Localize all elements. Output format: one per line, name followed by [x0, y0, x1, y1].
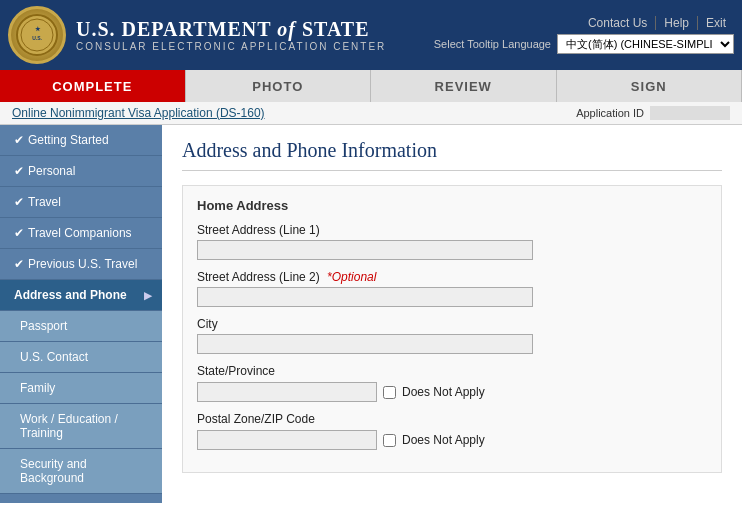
check-icon: ✔: [14, 257, 24, 271]
street2-input[interactable]: [197, 287, 533, 307]
exit-link[interactable]: Exit: [698, 16, 734, 30]
sidebar-item-travel[interactable]: ✔ Travel: [0, 187, 162, 218]
sidebar-label-work-education: Work / Education / Training: [20, 412, 152, 440]
city-input[interactable]: [197, 334, 533, 354]
street2-label: Street Address (Line 2) *Optional: [197, 270, 707, 284]
app-id-value: [650, 106, 730, 120]
sidebar-label-travel-companions: Travel Companions: [24, 226, 152, 240]
tab-photo[interactable]: PHOTO: [186, 70, 372, 102]
check-icon: ✔: [14, 226, 24, 240]
sidebar-label-personal: Personal: [24, 164, 152, 178]
sidebar-item-address-phone[interactable]: Address and Phone ▶: [0, 280, 162, 311]
dept-name: U.S. DEPARTMENT of STATE: [76, 18, 386, 41]
page-title: Address and Phone Information: [182, 139, 722, 171]
sidebar-label-us-contact: U.S. Contact: [20, 350, 88, 364]
postal-does-not-apply-label: Does Not Apply: [402, 433, 485, 447]
street1-group: Street Address (Line 1): [197, 223, 707, 260]
sidebar-item-travel-companions[interactable]: ✔ Travel Companions: [0, 218, 162, 249]
street1-label: Street Address (Line 1): [197, 223, 707, 237]
sidebar-item-family[interactable]: Family: [0, 373, 162, 404]
sidebar-item-work-education[interactable]: Work / Education / Training: [0, 404, 162, 449]
street2-group: Street Address (Line 2) *Optional: [197, 270, 707, 307]
tab-complete[interactable]: COMPLETE: [0, 70, 186, 102]
optional-badge: *Optional: [327, 270, 376, 284]
state-does-not-apply-label: Does Not Apply: [402, 385, 485, 399]
sidebar-label-previous-us-travel: Previous U.S. Travel: [24, 257, 152, 271]
svg-text:U.S.: U.S.: [32, 35, 42, 41]
sidebar-item-us-contact[interactable]: U.S. Contact: [0, 342, 162, 373]
form-section: Home Address Street Address (Line 1) Str…: [182, 185, 722, 473]
header-right: Contact Us Help Exit Select Tooltip Lang…: [434, 16, 734, 54]
sidebar-label-getting-started: Getting Started: [24, 133, 152, 147]
sidebar-item-personal[interactable]: ✔ Personal: [0, 156, 162, 187]
sidebar-label-travel: Travel: [24, 195, 152, 209]
language-select[interactable]: 中文(简体) (CHINESE-SIMPLI: [557, 34, 734, 54]
app-id-row: Application ID: [576, 106, 730, 120]
department-seal: ★ U.S.: [8, 6, 66, 64]
main-layout: ✔ Getting Started ✔ Personal ✔ Travel ✔ …: [0, 125, 742, 503]
section-header: Home Address: [197, 198, 707, 213]
sidebar: ✔ Getting Started ✔ Personal ✔ Travel ✔ …: [0, 125, 162, 503]
state-row: Does Not Apply: [197, 382, 707, 402]
postal-group: Postal Zone/ZIP Code Does Not Apply: [197, 412, 707, 450]
tooltip-lang-row: Select Tooltip Language 中文(简体) (CHINESE-…: [434, 34, 734, 54]
check-icon: ✔: [14, 164, 24, 178]
content-area: Address and Phone Information Home Addre…: [162, 125, 742, 503]
sidebar-item-getting-started[interactable]: ✔ Getting Started: [0, 125, 162, 156]
sidebar-label-security: Security and Background: [20, 457, 152, 485]
city-label: City: [197, 317, 707, 331]
breadcrumb-bar: Online Nonimmigrant Visa Application (DS…: [0, 102, 742, 125]
postal-label: Postal Zone/ZIP Code: [197, 412, 707, 426]
sidebar-item-security[interactable]: Security and Background: [0, 449, 162, 494]
tab-review[interactable]: REVIEW: [371, 70, 557, 102]
tab-bar: COMPLETE PHOTO REVIEW SIGN: [0, 70, 742, 102]
postal-input[interactable]: [197, 430, 377, 450]
contact-us-link[interactable]: Contact Us: [580, 16, 656, 30]
header-nav: Contact Us Help Exit: [580, 16, 734, 30]
help-link[interactable]: Help: [656, 16, 698, 30]
sidebar-label-address-phone: Address and Phone: [14, 288, 144, 302]
postal-row: Does Not Apply: [197, 430, 707, 450]
state-does-not-apply-checkbox[interactable]: [383, 386, 396, 399]
check-icon: ✔: [14, 133, 24, 147]
sidebar-item-passport[interactable]: Passport: [0, 311, 162, 342]
tab-sign[interactable]: SIGN: [557, 70, 743, 102]
seal-inner: ★ U.S.: [11, 9, 63, 61]
breadcrumb-link[interactable]: Online Nonimmigrant Visa Application (DS…: [12, 106, 265, 120]
street1-input[interactable]: [197, 240, 533, 260]
postal-does-not-apply-checkbox[interactable]: [383, 434, 396, 447]
state-input[interactable]: [197, 382, 377, 402]
department-title: U.S. DEPARTMENT of STATE Consular Electr…: [76, 18, 386, 52]
state-label: State/Province: [197, 364, 707, 378]
tooltip-label: Select Tooltip Language: [434, 38, 551, 50]
sidebar-label-family: Family: [20, 381, 55, 395]
sidebar-item-previous-us-travel[interactable]: ✔ Previous U.S. Travel: [0, 249, 162, 280]
header-left: ★ U.S. U.S. DEPARTMENT of STATE Consular…: [8, 6, 386, 64]
sidebar-label-passport: Passport: [20, 319, 67, 333]
header: ★ U.S. U.S. DEPARTMENT of STATE Consular…: [0, 0, 742, 70]
check-icon: ✔: [14, 195, 24, 209]
city-group: City: [197, 317, 707, 354]
app-id-label: Application ID: [576, 107, 644, 119]
state-group: State/Province Does Not Apply: [197, 364, 707, 402]
dept-subtitle: Consular Electronic Application Center: [76, 41, 386, 52]
arrow-icon: ▶: [144, 290, 152, 301]
